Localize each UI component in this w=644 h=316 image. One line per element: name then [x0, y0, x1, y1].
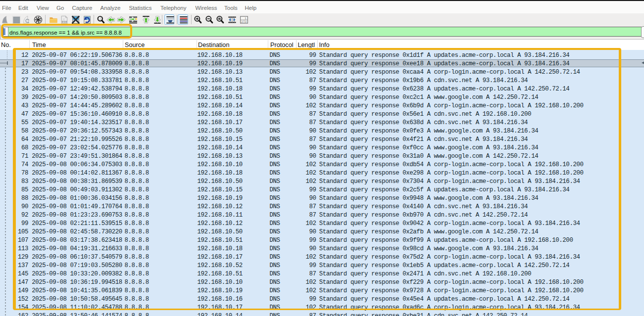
- svg-text:3: 3: [245, 20, 247, 23]
- svg-text:010: 010: [61, 20, 67, 24]
- svg-text:2: 2: [241, 20, 243, 23]
- svg-text:1: 1: [245, 16, 246, 19]
